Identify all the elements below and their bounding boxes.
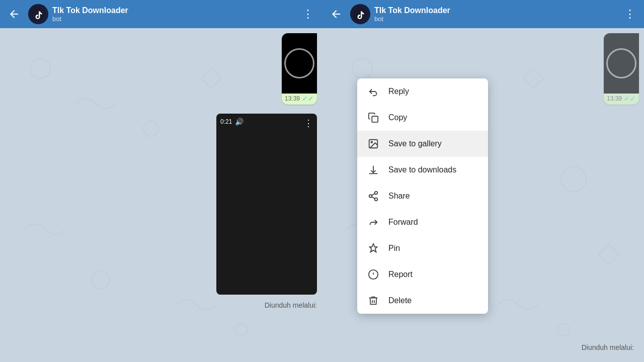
- header-info-right: Tlk Tok Downloader bot: [374, 6, 616, 23]
- reply-icon: [367, 85, 379, 98]
- menu-item-forward[interactable]: Forward: [357, 209, 488, 235]
- menu-item-save-downloads[interactable]: Save to downloads: [357, 157, 488, 183]
- video-inner-left: 0:21 🔊 ⋮: [216, 114, 317, 295]
- menu-item-reply[interactable]: Reply: [357, 78, 488, 105]
- header-title-right: Tlk Tok Downloader: [374, 6, 616, 15]
- header-subtitle-right: bot: [374, 15, 616, 23]
- share-label: Share: [388, 192, 410, 201]
- svg-rect-12: [372, 116, 378, 122]
- check-icon-left: ✓✓: [302, 95, 314, 103]
- left-panel: Tlk Tok Downloader bot ⋮: [0, 0, 322, 362]
- save-downloads-icon: [367, 164, 379, 176]
- svg-point-5: [235, 324, 248, 336]
- menu-item-report[interactable]: Report: [357, 261, 488, 288]
- svg-point-1: [30, 58, 50, 78]
- svg-point-17: [375, 198, 378, 201]
- message-bubble-right: 13:39 ✓✓: [604, 33, 639, 105]
- header-subtitle-left: bot: [52, 15, 294, 23]
- video-controls-left: 0:21 🔊: [220, 118, 244, 126]
- message-time-left: 13:39 ✓✓: [282, 94, 317, 105]
- right-panel: Tlk Tok Downloader bot ⋮: [322, 0, 644, 362]
- save-gallery-label: Save to gallery: [388, 139, 442, 148]
- back-button-left[interactable]: [4, 4, 24, 24]
- menu-item-pin[interactable]: Pin: [357, 235, 488, 261]
- copy-icon: [367, 112, 379, 124]
- video-preview-left: [282, 33, 317, 94]
- share-icon: [367, 190, 379, 202]
- save-gallery-icon: [367, 138, 379, 150]
- message-time-right: 13:39 ✓✓: [604, 94, 639, 105]
- video-more-button[interactable]: ⋮: [304, 118, 313, 129]
- video-circle-right: [606, 48, 636, 78]
- pin-icon: [367, 242, 379, 254]
- forward-label: Forward: [388, 218, 418, 227]
- save-downloads-label: Save to downloads: [388, 165, 456, 174]
- svg-point-15: [375, 192, 378, 195]
- download-text-right-container: Diunduh melalui:: [582, 343, 634, 352]
- svg-point-4: [92, 270, 110, 289]
- download-text-left: Diunduh melalui:: [265, 301, 317, 310]
- header-menu-right[interactable]: ⋮: [620, 4, 640, 25]
- download-text-right: Diunduh melalui:: [582, 341, 634, 353]
- volume-icon: 🔊: [235, 118, 244, 126]
- svg-point-14: [371, 141, 372, 143]
- avatar-left: [28, 4, 48, 24]
- menu-item-delete[interactable]: Delete: [357, 288, 488, 314]
- header-info-left: Tlk Tok Downloader bot: [52, 6, 294, 23]
- context-menu: Reply Copy: [357, 78, 488, 314]
- menu-item-save-gallery[interactable]: Save to gallery: [357, 131, 488, 157]
- video-message-left: 0:21 🔊 ⋮: [216, 114, 317, 295]
- svg-point-7: [352, 58, 372, 78]
- reply-label: Reply: [388, 87, 409, 96]
- menu-item-copy[interactable]: Copy: [357, 105, 488, 131]
- header-title-left: Tlk Tok Downloader: [52, 6, 294, 15]
- copy-label: Copy: [388, 113, 407, 122]
- right-header: Tlk Tok Downloader bot ⋮: [322, 0, 644, 28]
- pin-label: Pin: [388, 244, 400, 253]
- video-preview-right: [604, 33, 639, 94]
- svg-line-18: [372, 197, 375, 199]
- message-bubble-left: 13:39 ✓✓: [282, 33, 317, 105]
- svg-point-9: [561, 166, 586, 192]
- svg-point-2: [143, 121, 158, 136]
- delete-icon: [367, 295, 379, 307]
- left-header: Tlk Tok Downloader bot ⋮: [0, 0, 322, 28]
- delete-label: Delete: [388, 296, 412, 305]
- svg-point-16: [369, 195, 372, 198]
- chat-area-left: 13:39 ✓✓ 0:21 🔊 ⋮ D: [0, 28, 322, 362]
- svg-point-11: [557, 324, 570, 336]
- video-circle-left: [284, 48, 314, 78]
- header-menu-left[interactable]: ⋮: [298, 4, 318, 25]
- check-icon-right: ✓✓: [624, 95, 636, 103]
- svg-line-19: [372, 194, 375, 196]
- video-time-left: 0:21: [220, 118, 232, 125]
- chat-area-right: 13:39 ✓✓ Reply: [322, 28, 644, 362]
- video-message-container: 0:21 🔊 ⋮: [216, 112, 317, 295]
- back-button-right[interactable]: [326, 4, 346, 24]
- report-icon: [367, 268, 379, 281]
- avatar-right: [350, 4, 370, 24]
- report-label: Report: [388, 270, 413, 279]
- menu-item-share[interactable]: Share: [357, 183, 488, 209]
- forward-icon: [367, 216, 379, 228]
